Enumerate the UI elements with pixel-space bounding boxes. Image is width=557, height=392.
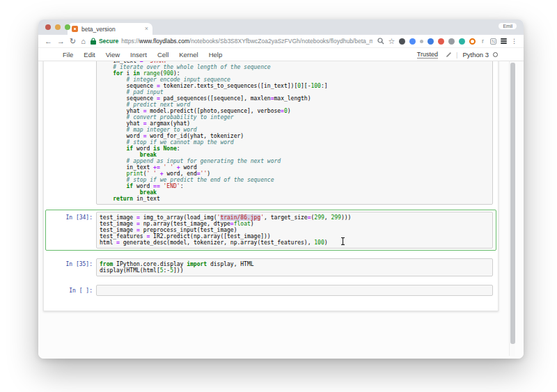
notebook-cells: in_text = 'START' # iterate over the who… <box>45 61 496 298</box>
code-line: # iterate over the whole length of the s… <box>100 64 489 70</box>
cell-prompt: In [ ]: <box>47 285 96 296</box>
tab-title: beta_version <box>81 26 145 33</box>
code-line: html = generate_desc(model, tokenizer, n… <box>100 240 489 246</box>
secure-label: Secure <box>99 38 118 45</box>
extension-globe-icon[interactable] <box>409 38 416 45</box>
trusted-button[interactable]: Trusted <box>417 51 438 58</box>
browser-window: beta_version × Emil ← → ↻ ⌂ Secure https… <box>38 19 524 359</box>
cell-prompt: In [34]: <box>47 212 96 249</box>
extension-shield-icon[interactable] <box>399 38 405 45</box>
code-line: yhat = argmax(yhat) <box>100 120 489 127</box>
browser-menu-icon[interactable]: ⋮ <box>511 38 517 45</box>
code-line: from IPython.core.display import display… <box>100 261 489 267</box>
extension-red-peak-icon[interactable] <box>438 38 444 45</box>
scrollbar-thumb[interactable] <box>510 63 515 344</box>
code-input-area[interactable]: from IPython.core.display import display… <box>96 258 493 276</box>
url-text: https://www.floydlabs.com/notebooks/Sb3S… <box>121 38 372 45</box>
menu-item-view[interactable]: View <box>106 51 120 58</box>
code-line: for i in range(900): <box>100 70 489 77</box>
code-line: sequence = pad_sequences([sequence], max… <box>100 95 489 102</box>
code-input-area[interactable]: in_text = 'START' # iterate over the who… <box>96 61 493 205</box>
code-line: # pad input <box>100 89 489 95</box>
profile-name[interactable]: Emil <box>499 23 517 29</box>
menubar-divider: | <box>456 51 457 58</box>
scrollbar[interactable] <box>509 61 515 356</box>
code-line: # stop if we predict the end of the sequ… <box>100 177 489 183</box>
tab-close-icon[interactable]: × <box>145 26 148 32</box>
code-line: break <box>100 189 489 196</box>
kernel-status-icon <box>493 52 498 57</box>
code-line: # predict next word <box>100 102 489 108</box>
code-line: # stop if we cannot map the word <box>100 139 489 146</box>
code-line: if word == 'END': <box>100 183 489 189</box>
notebook-container: in_text = 'START' # iterate over the who… <box>43 61 499 311</box>
browser-tab[interactable]: beta_version × <box>68 23 152 35</box>
code-line: # convert probability to integer <box>100 114 489 120</box>
notebook-content: in_text = 'START' # iterate over the who… <box>38 61 524 359</box>
code-line: print(' ' + word, end='') <box>100 171 489 177</box>
menu-item-cell[interactable]: Cell <box>157 51 168 58</box>
bookmark-star-icon[interactable]: ☆ <box>389 38 395 45</box>
edit-pencil-icon <box>446 52 452 58</box>
code-line: test_image = preprocess_input(test_image… <box>100 227 489 233</box>
extensions-row: ☆rN⋮ <box>377 38 517 45</box>
code-line: sequence = tokenizer.texts_to_sequences(… <box>100 83 489 89</box>
menu-item-kernel[interactable]: Kernel <box>179 51 198 58</box>
extension-letter-n-icon[interactable]: N <box>490 38 496 45</box>
code-line: display(HTML(html[5:-5])) <box>100 267 489 274</box>
cell-prompt: In [35]: <box>47 258 96 276</box>
notebook-cell[interactable]: in_text = 'START' # iterate over the who… <box>45 61 496 207</box>
code-line: test_image = img_to_array(load_img('trai… <box>100 214 489 221</box>
notebook-cell[interactable]: In [35]:from IPython.core.display import… <box>45 256 496 279</box>
menu-item-file[interactable]: File <box>63 51 73 58</box>
code-line: # integer encode input sequence <box>100 77 489 83</box>
minimize-button[interactable] <box>55 24 61 30</box>
extension-orange-ring-icon[interactable] <box>469 38 476 45</box>
code-line: # map integer to word <box>100 127 489 133</box>
home-icon[interactable]: ⌂ <box>81 38 86 45</box>
extension-blue-paw-icon[interactable] <box>427 38 434 45</box>
notebook-cell[interactable]: In [ ]: <box>45 283 496 298</box>
code-line: break <box>100 152 489 158</box>
omnibox-search-icon[interactable] <box>377 38 384 45</box>
code-line: in_text += ' ' + word <box>100 164 489 171</box>
notebook-cell[interactable]: In [34]:test_image = img_to_array(load_i… <box>45 210 496 251</box>
menu-item-insert[interactable]: Insert <box>130 51 147 58</box>
code-line: # append as input for generating the nex… <box>100 158 489 164</box>
notebook-menubar: FileEditViewInsertCellKernelHelp Trusted… <box>38 48 524 61</box>
extension-teal-circle-icon[interactable] <box>459 38 465 45</box>
padlock-icon <box>91 38 96 45</box>
menu-item-edit[interactable]: Edit <box>84 51 95 58</box>
menu-items: FileEditViewInsertCellKernelHelp <box>63 51 417 58</box>
zoom-button[interactable] <box>65 24 70 30</box>
code-input-area[interactable] <box>96 285 493 296</box>
tab-strip: beta_version × Emil <box>38 19 524 35</box>
browser-toolbar: ← → ↻ ⌂ Secure https://www.floydlabs.com… <box>38 35 524 48</box>
close-button[interactable] <box>45 24 51 30</box>
cell-prompt <box>47 61 96 205</box>
back-icon[interactable]: ← <box>45 38 52 45</box>
forward-icon[interactable]: → <box>57 38 65 45</box>
mouse-cursor-ibeam <box>340 237 345 245</box>
code-line: test_features = IR2.predict(np.array([te… <box>100 233 489 240</box>
jupyter-favicon <box>72 26 78 32</box>
extension-letter-r-icon[interactable]: r <box>480 38 486 45</box>
code-line: word = word_for_id(yhat, tokenizer) <box>100 133 489 139</box>
kernel-name: Python 3 <box>463 51 489 58</box>
menu-item-help[interactable]: Help <box>209 51 223 58</box>
extension-gray-dot-icon[interactable] <box>420 40 423 43</box>
window-controls <box>45 24 70 30</box>
address-bar[interactable]: Secure https://www.floydlabs.com/noteboo… <box>91 38 372 45</box>
extension-gray-fan-icon[interactable] <box>448 38 455 45</box>
code-input-area[interactable]: test_image = img_to_array(load_img('trai… <box>96 212 493 249</box>
code-line: test_image = np.array(test_image, dtype=… <box>100 221 489 227</box>
extension-stack-icon[interactable] <box>501 38 507 45</box>
code-line: return in_text <box>100 196 489 202</box>
reload-icon[interactable]: ↻ <box>70 38 76 45</box>
code-line: if word is None: <box>100 146 489 152</box>
code-line: yhat = model.predict([photo,sequence], v… <box>100 108 489 114</box>
